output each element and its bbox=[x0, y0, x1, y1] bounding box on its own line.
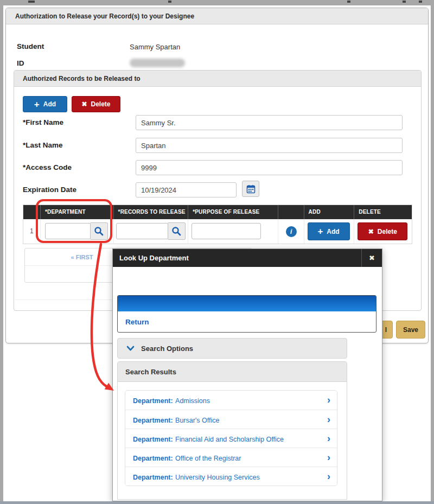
student-label: Student bbox=[17, 42, 44, 50]
save-button-label: Save bbox=[403, 326, 418, 334]
delete-button[interactable]: ✖ Delete bbox=[72, 96, 120, 112]
search-options-toggle[interactable]: Search Options bbox=[117, 338, 347, 359]
lookup-department-modal: Look Up Department ✖ Return Search Optio… bbox=[112, 248, 382, 501]
row-add-button[interactable]: + Add bbox=[308, 222, 350, 240]
row-number: 1 bbox=[23, 219, 41, 244]
chevron-right-icon: › bbox=[327, 467, 330, 486]
result-name: Financial Aid and Scholarship Office bbox=[175, 436, 284, 443]
first-name-input[interactable] bbox=[136, 115, 403, 130]
result-row-bursars-office[interactable]: Department: Bursar's Office › bbox=[125, 410, 337, 429]
panel-title: Authorized Records to be Released to bbox=[14, 71, 421, 87]
modal-return-box: Return bbox=[117, 295, 376, 333]
add-button-label: Add bbox=[43, 100, 56, 108]
grid-header-purpose: *PURPOSE OF RELEASE bbox=[188, 205, 278, 219]
department-input[interactable] bbox=[45, 223, 91, 239]
access-code-label: *Access Code bbox=[23, 163, 72, 171]
result-row-admissions[interactable]: Department: Admissions › bbox=[125, 391, 337, 410]
search-icon bbox=[94, 226, 104, 236]
id-label: ID bbox=[17, 59, 24, 67]
frame-tick bbox=[28, 1, 35, 3]
grid-header-add: ADD bbox=[304, 205, 355, 219]
result-name: Office of the Registrar bbox=[175, 455, 241, 462]
grid-header-row: *DEPARTMENT *RECORDS TO RELEASE *PURPOSE… bbox=[23, 205, 412, 219]
expiration-date-input[interactable] bbox=[136, 182, 237, 197]
grid-header-delete: DELETE bbox=[354, 205, 412, 219]
result-prefix: Department: bbox=[133, 455, 173, 462]
purpose-of-release-input[interactable] bbox=[192, 223, 261, 239]
save-button[interactable]: Save bbox=[396, 321, 425, 339]
expiration-date-label: Expiration Date bbox=[23, 186, 76, 194]
student-value: Sammy Spartan bbox=[130, 43, 180, 51]
plus-icon: + bbox=[34, 100, 40, 109]
access-code-input[interactable] bbox=[136, 160, 403, 175]
frame-tick bbox=[419, 1, 422, 3]
grid-header-records: *RECORDS TO RELEASE bbox=[114, 205, 189, 219]
first-name-label: *First Name bbox=[23, 118, 63, 126]
delete-button-label: Delete bbox=[91, 100, 111, 108]
last-name-input[interactable] bbox=[136, 138, 403, 153]
records-lookup-button[interactable] bbox=[168, 222, 186, 240]
plus-icon: + bbox=[317, 227, 323, 236]
x-icon: ✖ bbox=[368, 228, 374, 235]
search-results-panel: Search Results Department: Admissions › … bbox=[117, 361, 347, 500]
cancel-button-visible-fragment: l bbox=[385, 326, 387, 334]
close-icon[interactable]: ✖ bbox=[361, 249, 382, 267]
result-prefix: Department: bbox=[133, 417, 173, 424]
result-row-registrar[interactable]: Department: Office of the Registrar › bbox=[125, 448, 337, 467]
frame-top-edge bbox=[0, 0, 434, 5]
frame-tick bbox=[347, 1, 350, 3]
info-icon[interactable]: i bbox=[286, 226, 297, 237]
page-title: Authorization to Release your Record(s) … bbox=[6, 8, 428, 24]
chevron-right-icon: › bbox=[327, 391, 330, 410]
chevron-right-icon: › bbox=[327, 448, 330, 467]
frame-bottom-edge bbox=[0, 501, 434, 504]
row-delete-button[interactable]: ✖ Delete bbox=[358, 222, 407, 240]
grid-header-department: *DEPARTMENT bbox=[41, 205, 114, 219]
records-to-release-input[interactable] bbox=[116, 223, 168, 239]
grid-data-row: 1 bbox=[23, 219, 412, 244]
result-prefix: Department: bbox=[133, 474, 173, 481]
chevron-down-icon bbox=[126, 346, 135, 351]
row-delete-label: Delete bbox=[378, 228, 397, 235]
modal-header: Look Up Department ✖ bbox=[113, 249, 382, 267]
result-prefix: Department: bbox=[133, 397, 173, 405]
result-name: University Housing Services bbox=[175, 474, 260, 481]
frame-right-edge bbox=[431, 0, 434, 504]
search-results-title: Search Results bbox=[118, 362, 347, 382]
return-link[interactable]: Return bbox=[118, 311, 376, 333]
result-name: Bursar's Office bbox=[175, 417, 219, 424]
modal-title: Look Up Department bbox=[113, 249, 382, 267]
id-value-redacted bbox=[130, 59, 185, 67]
result-row-financial-aid[interactable]: Department: Financial Aid and Scholarshi… bbox=[125, 429, 337, 448]
grid-header-info bbox=[278, 205, 304, 219]
search-options-label: Search Options bbox=[141, 344, 193, 353]
search-icon bbox=[171, 226, 181, 236]
calendar-button[interactable] bbox=[242, 181, 259, 197]
calendar-icon bbox=[246, 184, 256, 194]
grid-header-rownum bbox=[23, 205, 41, 219]
row-add-label: Add bbox=[327, 228, 339, 235]
frame-left-edge bbox=[0, 0, 3, 504]
designee-grid: *DEPARTMENT *RECORDS TO RELEASE *PURPOSE… bbox=[23, 205, 412, 244]
screenshot-root: Authorization to Release your Record(s) … bbox=[0, 0, 434, 504]
x-icon: ✖ bbox=[81, 101, 87, 107]
modal-blue-bar[interactable] bbox=[118, 296, 376, 311]
result-prefix: Department: bbox=[133, 436, 173, 443]
add-button[interactable]: + Add bbox=[23, 96, 67, 112]
search-results-list: Department: Admissions › Department: Bur… bbox=[125, 390, 337, 486]
frame-tick bbox=[403, 1, 406, 3]
pagination-first-link[interactable]: « FIRST bbox=[49, 248, 114, 266]
frame-tick bbox=[168, 1, 171, 3]
department-lookup-button[interactable] bbox=[91, 222, 108, 240]
result-row-housing[interactable]: Department: University Housing Services … bbox=[125, 467, 337, 486]
last-name-label: *Last Name bbox=[23, 141, 63, 149]
chevron-right-icon: › bbox=[327, 410, 330, 429]
chevron-right-icon: › bbox=[327, 429, 330, 448]
result-name: Admissions bbox=[175, 397, 210, 405]
